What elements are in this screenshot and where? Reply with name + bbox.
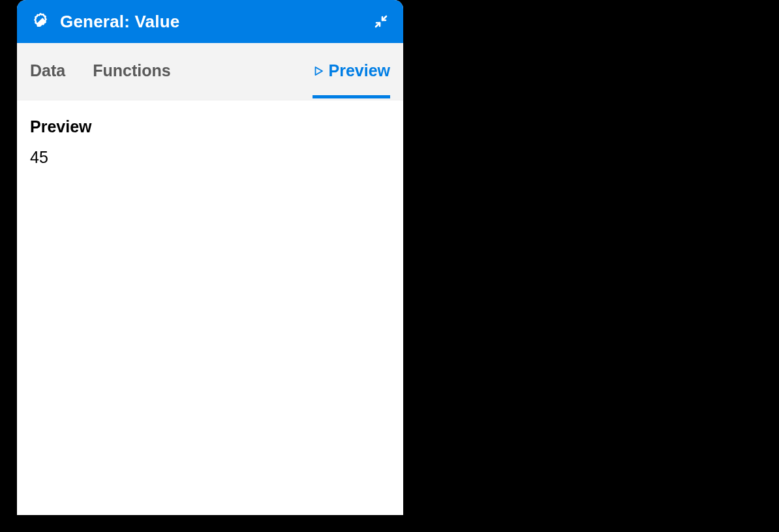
tab-data[interactable]: Data [30, 61, 65, 81]
formula-panel: General: Value Data Functions Preview [17, 0, 403, 515]
preview-value: 45 [30, 148, 390, 167]
tab-preview[interactable]: Preview [313, 61, 390, 81]
play-icon [313, 65, 324, 77]
preview-heading: Preview [30, 117, 390, 136]
panel-title: General: Value [60, 12, 363, 32]
tab-functions[interactable]: Functions [93, 61, 170, 81]
svg-marker-0 [316, 67, 323, 75]
panel-header: General: Value [17, 0, 403, 43]
collapse-icon[interactable] [372, 12, 390, 31]
tab-data-label: Data [30, 61, 65, 80]
gear-pencil-icon [30, 11, 51, 32]
tab-functions-label: Functions [93, 61, 170, 80]
tab-preview-label: Preview [328, 61, 390, 80]
tab-bar: Data Functions Preview [17, 43, 403, 100]
content-area: Preview 45 [17, 100, 403, 184]
